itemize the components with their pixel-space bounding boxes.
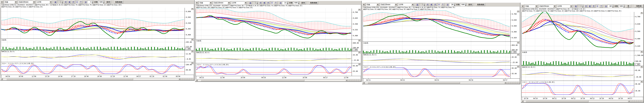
period-minute-button[interactable]: 分 — [270, 1, 274, 4]
scrollbar-track[interactable] — [3, 78, 178, 80]
apply-button[interactable]: 適用 — [467, 3, 473, 6]
stepper-arrows[interactable] — [256, 2, 258, 4]
period-month-button[interactable]: 月 — [434, 3, 437, 6]
scroll-right-button[interactable] — [628, 100, 630, 102]
volume-chart[interactable]: 出来高 — [196, 39, 352, 51]
scrollbar-tool-button[interactable]: ▫ — [509, 82, 511, 84]
minute-stepper[interactable]: 60 — [608, 5, 614, 8]
window-menu-dropdown[interactable] — [362, 3, 365, 6]
stepper-arrows[interactable] — [103, 1, 105, 4]
stochastics-chart[interactable]: スロー・ストキャスティクス( 14, 3, 80, 20 ) — [1, 62, 185, 75]
period-week-button[interactable]: 週 — [588, 5, 592, 8]
scrollbar-tool-button[interactable]: ▫ — [348, 79, 350, 81]
symbol-select[interactable]: 日経225mini — [18, 1, 36, 4]
stepper-arrows[interactable] — [62, 1, 63, 4]
stepper-arrows[interactable] — [454, 3, 456, 6]
window-menu-dropdown[interactable] — [0, 1, 3, 4]
scrollbar-thumb[interactable] — [368, 82, 460, 84]
bars-stepper[interactable]: 500 — [293, 1, 300, 4]
period-minute-button[interactable]: 分 — [76, 1, 79, 4]
minute-stepper[interactable]: 30 — [449, 3, 456, 6]
scrollbar-tool-button[interactable]: ▫ — [637, 100, 639, 102]
stochastics-chart[interactable]: スロー・ストキャスティクス( 14, 3, 80, 20 ) — [363, 66, 510, 78]
period-month-button[interactable]: 月 — [266, 1, 270, 4]
stepper-arrows[interactable] — [298, 2, 300, 4]
macd-chart[interactable]: MACD( 12, 26, 9 ) — [522, 66, 634, 81]
period-tick-button[interactable]: T — [79, 1, 82, 4]
stepper-arrows[interactable] — [465, 3, 466, 6]
period-minute-button[interactable]: 分 — [437, 3, 440, 6]
stepper-arrows[interactable] — [623, 5, 625, 8]
scrollbar-tool-button[interactable]: ▫ — [192, 78, 194, 80]
pane-collapse-button[interactable] — [640, 12, 643, 14]
minute-stepper[interactable]: 5 — [87, 1, 94, 4]
scrollbar-thumb[interactable] — [201, 79, 304, 81]
apply-button[interactable]: 適用 — [300, 1, 306, 4]
bars-stepper[interactable]: 500 — [618, 5, 625, 8]
macd-chart[interactable]: MACD( 12, 26, 9 ) — [1, 50, 185, 62]
period-day-button[interactable]: 日 — [259, 1, 262, 4]
horizontal-scrollbar[interactable]: ▫ ▫ ▫ ▫ ▫ ▫ — [521, 100, 644, 102]
period-day-button[interactable]: 日 — [64, 1, 67, 4]
multi-symbol-button[interactable]: 複数銘柄 — [476, 3, 485, 6]
period-tick-button[interactable]: T — [441, 3, 444, 6]
multi-symbol-button[interactable]: 複数銘柄 — [634, 5, 644, 8]
price-chart[interactable] — [1, 8, 185, 38]
stepper-arrows[interactable] — [424, 3, 425, 6]
price-chart[interactable] — [522, 12, 634, 51]
category-select[interactable]: 先物 — [199, 1, 212, 4]
pane-collapse-button[interactable] — [358, 9, 360, 11]
scrollbar-tool-button[interactable]: ▫ — [518, 82, 520, 84]
period-month-button[interactable]: 月 — [592, 5, 595, 8]
scrollbar-tool-button[interactable]: ▫ — [188, 78, 190, 80]
pane-collapse-button[interactable] — [517, 66, 520, 68]
period-week-button[interactable]: 週 — [263, 1, 266, 4]
scrollbar-tool-button[interactable]: ▫ — [507, 82, 509, 84]
bars-stepper[interactable]: 500 — [98, 1, 105, 4]
period-day-button[interactable]: 日 — [584, 5, 588, 8]
scroll-right-button[interactable] — [178, 78, 181, 80]
pane-collapse-button[interactable] — [640, 51, 643, 53]
scrollbar-tool-button[interactable]: ▫ — [183, 78, 185, 80]
stochastics-chart[interactable]: スロー・ストキャスティクス( 14, 3, 80, 20 ) — [196, 63, 352, 76]
pane-collapse-button[interactable] — [517, 11, 520, 12]
scrollbar-track[interactable] — [365, 82, 504, 84]
pane-collapse-button[interactable] — [640, 81, 643, 83]
volume-chart[interactable]: 出来高 — [1, 39, 185, 50]
scrollbar-thumb[interactable] — [526, 100, 588, 102]
pane-collapse-button[interactable] — [358, 52, 360, 53]
scrollbar-tool-button[interactable]: ▫ — [350, 79, 352, 81]
scrollbar-track[interactable] — [524, 100, 628, 102]
horizontal-scrollbar[interactable]: ▫ ▫ ▫ ▫ ▫ ▫ — [196, 79, 361, 81]
stepper-arrows[interactable] — [92, 1, 94, 4]
scrollbar-tool-button[interactable]: ▫ — [359, 79, 361, 81]
period-tick-button[interactable]: T — [274, 1, 278, 4]
window-menu-dropdown[interactable] — [521, 5, 524, 8]
stepper-arrows[interactable] — [582, 5, 584, 8]
contract-select[interactable]: 12/06 — [398, 3, 414, 6]
scrollbar-tool-button[interactable]: ▫ — [357, 79, 359, 81]
scroll-left-button[interactable] — [521, 100, 524, 102]
scrollbar-tool-button[interactable]: ▫ — [185, 78, 188, 80]
bar-interval-stepper[interactable]: 1 — [577, 5, 584, 8]
stepper-arrows[interactable] — [612, 5, 614, 8]
horizontal-scrollbar[interactable]: ▫ ▫ ▫ ▫ ▫ ▫ — [0, 78, 194, 80]
pane-collapse-button[interactable] — [358, 63, 360, 65]
pane-collapse-button[interactable] — [358, 40, 360, 42]
scrollbar-tool-button[interactable]: ▫ — [181, 78, 183, 80]
multi-symbol-button[interactable]: 複数銘柄 — [114, 1, 123, 4]
macd-chart[interactable]: MACD( 12, 26, 9 ) — [196, 51, 352, 63]
pane-collapse-button[interactable] — [640, 66, 643, 68]
category-select[interactable]: 先物 — [366, 3, 379, 6]
bar-interval-stepper[interactable]: 1 — [252, 1, 258, 4]
contract-select[interactable]: 12/06 — [36, 1, 52, 4]
scroll-left-button[interactable] — [362, 82, 365, 84]
scrollbar-tool-button[interactable]: ▫ — [354, 79, 357, 81]
scrollbar-tool-button[interactable]: ▫ — [511, 82, 513, 84]
symbol-select[interactable]: 日経225mini — [380, 3, 398, 6]
scrollbar-tool-button[interactable]: ▫ — [352, 79, 354, 81]
period-tick-button[interactable]: T — [600, 5, 603, 8]
macd-chart[interactable]: MACD( 12, 26, 9 ) — [363, 54, 510, 65]
scrollbar-tool-button[interactable]: ▫ — [630, 100, 632, 102]
period-month-button[interactable]: 月 — [72, 1, 75, 4]
